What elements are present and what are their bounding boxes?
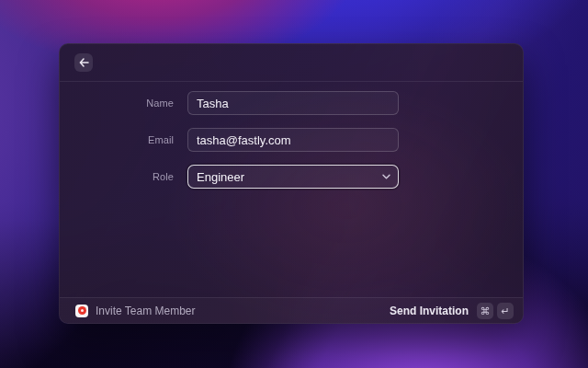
footer-command-info: Invite Team Member (75, 305, 196, 317)
role-label: Role (60, 171, 174, 182)
name-input[interactable] (187, 91, 399, 115)
invite-team-member-window: Name Email Role Engineer (59, 43, 524, 324)
email-label: Email (60, 134, 174, 145)
email-input[interactable] (187, 128, 399, 152)
window-header (60, 44, 523, 82)
fastly-logo-dot (81, 309, 84, 312)
window-footer: Invite Team Member Send Invitation ⌘ ↵ (60, 297, 523, 323)
back-button[interactable] (74, 53, 93, 72)
fastly-logo-icon (75, 305, 88, 317)
form-row-role: Role Engineer (60, 165, 523, 189)
footer-actions: Send Invitation ⌘ ↵ (390, 303, 514, 319)
command-name: Invite Team Member (96, 305, 196, 317)
name-label: Name (60, 98, 174, 109)
arrow-left-icon (79, 58, 89, 67)
send-invitation-button[interactable]: Send Invitation (390, 305, 469, 317)
form-row-name: Name (60, 91, 523, 115)
chevron-down-icon (382, 174, 390, 179)
form-row-email: Email (60, 128, 523, 152)
role-select[interactable]: Engineer (187, 165, 399, 189)
invite-form: Name Email Role Engineer (60, 82, 523, 189)
return-keycap: ↵ (497, 303, 514, 319)
cmd-keycap: ⌘ (477, 303, 493, 319)
role-select-value: Engineer (197, 170, 244, 184)
